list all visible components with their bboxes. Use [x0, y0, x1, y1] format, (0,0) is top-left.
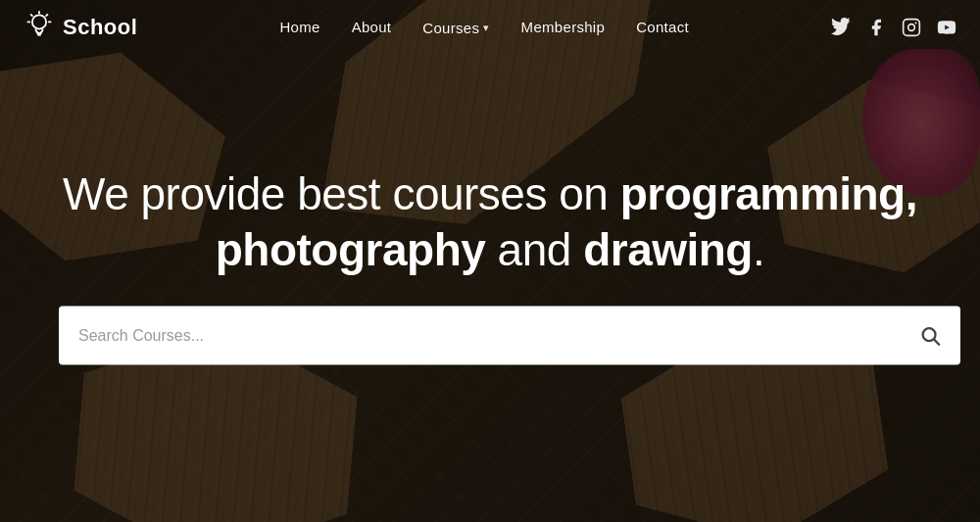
search-input[interactable] [59, 306, 900, 364]
headline-bold1: programming, [620, 167, 917, 218]
nav-home[interactable]: Home [279, 19, 319, 35]
svg-point-9 [908, 24, 915, 31]
instagram-icon[interactable] [902, 18, 921, 37]
facebook-icon[interactable] [866, 18, 886, 37]
nav-about[interactable]: About [352, 19, 392, 35]
lightbulb-icon [24, 10, 55, 45]
headline-period: . [753, 224, 764, 275]
hero-headline: We provide best courses on programming, … [59, 166, 921, 278]
headline-bold2: drawing [583, 224, 753, 275]
courses-dropdown-arrow: ▾ [483, 22, 489, 34]
nav-contact[interactable]: Contact [636, 19, 689, 35]
search-bar [59, 306, 960, 364]
site-logo[interactable]: School [24, 10, 137, 45]
svg-line-5 [46, 15, 47, 16]
svg-rect-8 [904, 20, 920, 36]
svg-point-10 [915, 22, 917, 24]
youtube-icon[interactable] [937, 18, 956, 37]
navbar: School Home About Courses ▾ Membership C… [0, 0, 980, 55]
svg-point-0 [32, 15, 46, 28]
nav-links: Home About Courses ▾ Membership Contact [279, 19, 689, 36]
svg-line-4 [31, 15, 32, 16]
svg-line-13 [934, 339, 939, 344]
site-name: School [63, 15, 137, 40]
nav-courses[interactable]: Courses ▾ [422, 20, 489, 36]
headline-part1: We provide best courses on [63, 167, 620, 218]
nav-membership[interactable]: Membership [521, 19, 606, 35]
headline-and: and [485, 224, 583, 275]
social-links [831, 18, 956, 37]
twitter-icon[interactable] [831, 18, 851, 37]
search-icon [919, 324, 941, 346]
headline-bold2a: photography [216, 224, 486, 275]
search-button[interactable] [900, 306, 960, 364]
hero-content: We provide best courses on programming, … [59, 166, 921, 364]
